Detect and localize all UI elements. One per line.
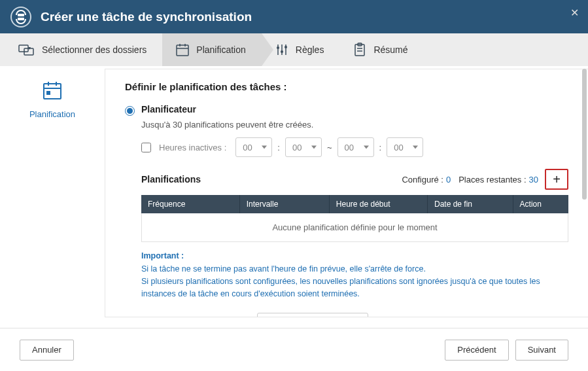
- scheduler-radio[interactable]: [125, 106, 135, 116]
- calendar-icon: [0, 80, 105, 103]
- step-label: Sélectionner des dossiers: [42, 44, 147, 55]
- step-planning[interactable]: Planification: [162, 33, 262, 66]
- dialog-header: Créer une tâche de synchronisation ✕: [0, 0, 588, 33]
- important-label: Important :: [141, 251, 568, 260]
- minute-from-select[interactable]: 00: [285, 137, 322, 157]
- scheduler-label: Planificateur: [141, 104, 196, 115]
- previous-button[interactable]: Précédent: [445, 340, 508, 361]
- colon-separator: :: [277, 143, 280, 152]
- folders-icon: [18, 43, 35, 57]
- svg-rect-5: [177, 45, 188, 56]
- sidebar: Planification: [0, 66, 105, 328]
- inactive-hours-checkbox[interactable]: [141, 143, 151, 152]
- svg-rect-19: [44, 84, 61, 99]
- svg-rect-2: [18, 18, 24, 20]
- important-text-2: Si plusieurs planifications sont configu…: [141, 275, 568, 300]
- colon-separator: :: [379, 143, 382, 152]
- step-label: Planification: [196, 44, 246, 55]
- hour-to-select[interactable]: 00: [337, 137, 374, 157]
- wizard-steps: Sélectionner des dossiers Planification …: [0, 33, 588, 66]
- configured-stat: Configuré :0: [402, 175, 458, 185]
- important-text-1: Si la tâche ne se termine pas avant l'he…: [141, 263, 568, 275]
- col-end: Date de fin: [428, 195, 513, 213]
- minute-to-select[interactable]: 00: [387, 137, 423, 157]
- step-folders[interactable]: Sélectionner des dossiers: [5, 33, 162, 66]
- section-title: Définir le planification des tâches :: [125, 81, 568, 92]
- run-once-select[interactable]: Sélectionner une …: [257, 313, 368, 317]
- close-icon[interactable]: ✕: [570, 7, 579, 19]
- svg-rect-1: [18, 14, 24, 16]
- col-action: Action: [513, 195, 568, 213]
- col-frequency: Fréquence: [141, 195, 239, 213]
- svg-point-13: [281, 50, 283, 53]
- sidebar-label: Planification: [0, 109, 105, 119]
- step-label: Règles: [296, 44, 324, 55]
- col-start: Heure de début: [329, 195, 427, 213]
- svg-point-14: [285, 46, 287, 48]
- add-plan-button[interactable]: +: [545, 169, 568, 190]
- clipboard-icon: [353, 43, 367, 57]
- cancel-button[interactable]: Annuler: [20, 340, 74, 361]
- plans-empty: Aucune planification définie pour le mom…: [141, 213, 568, 242]
- remaining-stat: Places restantes :30: [458, 175, 538, 185]
- content-panel: Définir le planification des tâches : Pl…: [105, 69, 588, 317]
- hour-from-select[interactable]: 00: [235, 137, 272, 157]
- tilde-separator: ~: [327, 143, 332, 152]
- scheduler-desc: Jusqu'à 30 planifications peuvent être c…: [141, 120, 568, 130]
- step-label: Résumé: [373, 44, 407, 55]
- sync-icon: [9, 5, 33, 29]
- svg-rect-23: [46, 91, 50, 95]
- col-interval: Intervalle: [239, 195, 329, 213]
- next-button[interactable]: Suivant: [515, 340, 568, 361]
- plans-table: Fréquence Intervalle Heure de début Date…: [141, 195, 568, 213]
- plans-title: Planifications: [141, 174, 201, 185]
- svg-point-12: [277, 46, 279, 49]
- scrollbar[interactable]: [582, 69, 587, 200]
- dialog-footer: Annuler Précédent Suivant: [0, 328, 588, 371]
- calendar-icon: [175, 43, 190, 57]
- plus-icon: +: [553, 173, 561, 186]
- dialog-title: Créer une tâche de synchronisation: [41, 10, 252, 24]
- sliders-icon: [275, 43, 289, 57]
- inactive-hours-label: Heures inactives :: [159, 143, 226, 152]
- step-summary[interactable]: Résumé: [339, 33, 423, 66]
